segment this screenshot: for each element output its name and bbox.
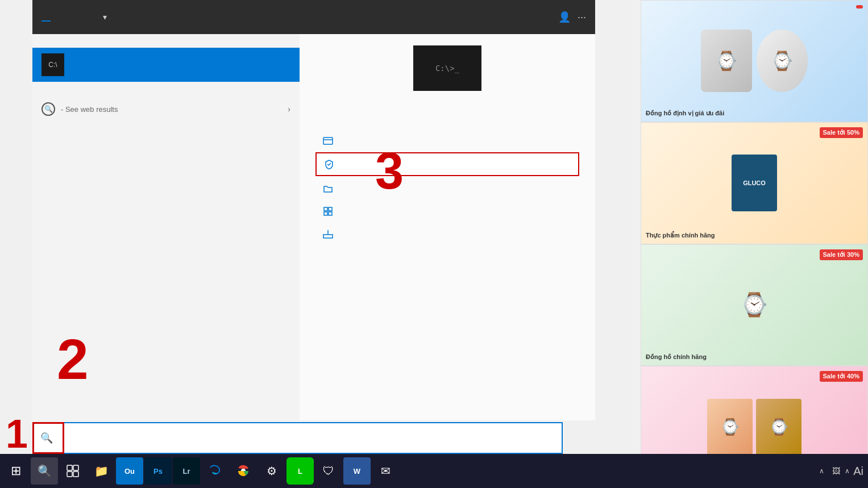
svg-rect-0 — [323, 137, 333, 144]
best-match-label — [32, 41, 300, 48]
watch-img-1: ⌚ — [701, 30, 752, 92]
tray-file1[interactable]: ∧ — [817, 467, 824, 475]
folder-icon — [322, 183, 334, 194]
ctx-run-as-admin[interactable] — [315, 152, 579, 176]
svg-rect-3 — [324, 212, 327, 215]
tab-bar: ▾ 👤 ··· — [32, 0, 595, 34]
start-menu: ▾ 👤 ··· C:\ 🔍 — [32, 0, 595, 420]
shield-icon — [323, 159, 335, 170]
photoshop-button[interactable]: Ps — [144, 457, 172, 485]
start-button[interactable]: ⊞ — [2, 457, 30, 485]
right-panel: C:\>_ — [300, 34, 595, 420]
web-search-item[interactable]: 🔍 - See web results › — [32, 98, 300, 120]
ad-item-2[interactable]: Sale tới 50% GLUCO Thực phẩm chính hãng — [641, 122, 868, 244]
watch-img-3: ⌚ — [740, 291, 769, 318]
ad-label-3: Đồng hồ chính hãng — [646, 353, 707, 361]
sale-badge-3: Sale tới 30% — [820, 249, 863, 260]
app-icon-large: C:\>_ — [413, 45, 481, 91]
search-web-label — [32, 91, 300, 98]
svg-rect-4 — [329, 212, 332, 215]
chevron-right-icon: › — [288, 105, 290, 114]
sale-badge-4: Sale tới 40% — [820, 371, 863, 382]
best-match-item[interactable]: C:\ — [32, 48, 300, 82]
tab-icon-group: 👤 ··· — [558, 11, 586, 23]
file-explorer-button[interactable]: 📁 — [88, 457, 115, 485]
watch-img-5: ⌚ — [756, 399, 801, 456]
settings-label — [41, 130, 290, 136]
web-search-text: - See web results — [61, 105, 118, 114]
task-view-button[interactable] — [59, 457, 86, 485]
ad-label-2: Thực phẩm chính hãng — [646, 232, 715, 239]
settings-section — [32, 125, 300, 141]
svg-rect-1 — [324, 207, 327, 211]
chrome-button[interactable] — [230, 457, 257, 485]
ai-label[interactable]: Ai — [853, 465, 863, 478]
ad-label-1: Đồng hồ định vị giá ưu đãi — [646, 110, 724, 117]
file2-icon: 🖼 — [832, 466, 840, 476]
context-menu — [311, 125, 584, 250]
ctx-pin-taskbar[interactable] — [311, 223, 584, 245]
ad-panel: ⌚ ⌚ Đồng hồ định vị giá ưu đãi Sale tới … — [641, 0, 868, 488]
chevron-down-icon: ▾ — [103, 12, 107, 22]
step2-annotation: 2 — [57, 327, 89, 392]
line-button[interactable]: L — [286, 457, 314, 485]
ctx-open[interactable] — [311, 130, 584, 152]
outlook-button[interactable]: Ou — [116, 457, 143, 485]
web-search-section: 🔍 - See web results › — [32, 86, 300, 125]
pin-start-icon — [322, 206, 334, 217]
taskbar-tray: ∧ 🖼 ∧ Ai — [641, 454, 868, 488]
watch-img-4: ⌚ — [707, 399, 753, 456]
taskbar: ⊞ 🔍 📁 Ou Ps Lr ⚙ L 🛡 W ✉ — [0, 454, 642, 488]
search-circle-icon: 🔍 — [41, 102, 55, 116]
mail-button[interactable]: ✉ — [372, 457, 399, 485]
svg-rect-8 — [73, 465, 78, 470]
tab-more[interactable]: ▾ — [96, 10, 111, 24]
app-detail: C:\>_ — [311, 45, 584, 114]
open-icon — [322, 135, 334, 147]
word-button[interactable]: W — [343, 457, 371, 485]
lightroom-button[interactable]: Lr — [173, 457, 200, 485]
svg-rect-10 — [73, 472, 78, 477]
search-icon-small: 🔍 — [40, 432, 53, 444]
user-icon[interactable]: 👤 — [558, 11, 571, 23]
tab-apps[interactable] — [55, 15, 64, 19]
expand-icon-2[interactable]: ∧ — [845, 467, 850, 475]
menu-content: C:\ 🔍 - See web results › — [32, 34, 595, 420]
edge-button[interactable] — [201, 457, 229, 485]
ellipsis-icon[interactable]: ··· — [578, 11, 586, 23]
product-img-2: GLUCO — [732, 155, 777, 211]
pin-taskbar-icon — [322, 228, 334, 240]
svg-rect-9 — [67, 472, 72, 477]
tab-documents[interactable] — [69, 15, 78, 19]
tab-web[interactable] — [82, 15, 92, 19]
cmd-icon: C:\ — [41, 53, 64, 76]
search-input[interactable] — [59, 433, 555, 443]
svg-rect-2 — [329, 207, 332, 211]
search-bar[interactable]: 🔍 — [32, 422, 563, 454]
settings-button[interactable]: ⚙ — [258, 457, 285, 485]
step1-annotation: 1 — [6, 411, 28, 457]
ad-item-3[interactable]: Sale tới 30% ⌚ Đồng hồ chính hãng — [641, 244, 868, 366]
ctx-open-location[interactable] — [311, 177, 584, 200]
sale-badge-1 — [856, 5, 863, 9]
shield-button[interactable]: 🛡 — [315, 457, 342, 485]
svg-rect-7 — [67, 465, 72, 470]
watch-img-2: ⌚ — [757, 30, 808, 92]
ad-item-1[interactable]: ⌚ ⌚ Đồng hồ định vị giá ưu đãi — [641, 0, 868, 122]
svg-rect-5 — [323, 235, 333, 238]
ctx-pin-start[interactable] — [311, 200, 584, 223]
step3-annotation: 3 — [375, 142, 404, 201]
search-button[interactable]: 🔍 — [31, 457, 58, 485]
tray-file2[interactable]: 🖼 ∧ — [832, 466, 850, 476]
tab-all[interactable] — [41, 15, 51, 19]
sale-badge-2: Sale tới 50% — [820, 127, 863, 138]
expand-icon-1[interactable]: ∧ — [819, 467, 824, 475]
